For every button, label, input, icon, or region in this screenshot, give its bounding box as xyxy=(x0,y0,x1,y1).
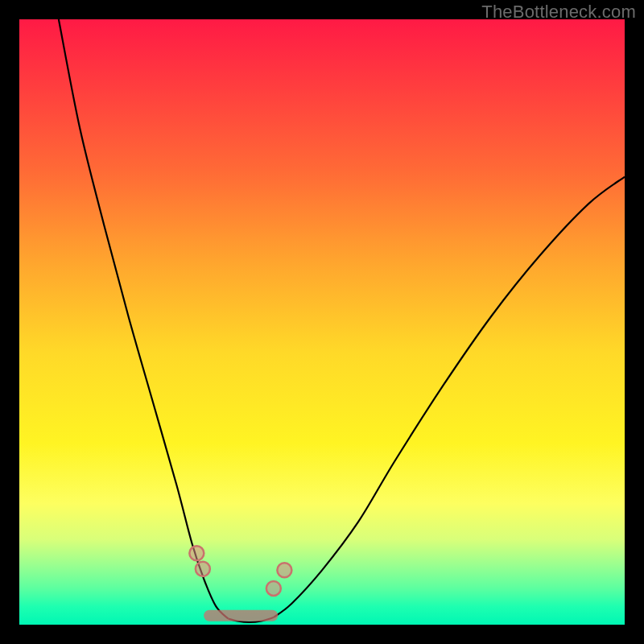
highlighted-point xyxy=(266,581,281,596)
highlighted-point xyxy=(277,563,291,577)
highlighted-point-markers xyxy=(189,546,291,596)
watermark-text: TheBottleneck.com xyxy=(481,2,636,23)
chart-plot-area xyxy=(19,19,625,625)
bottleneck-curve-chart xyxy=(19,19,625,625)
curve-left-branch xyxy=(59,19,229,618)
highlighted-point xyxy=(196,562,210,576)
curve-right-branch xyxy=(274,177,625,617)
highlighted-point xyxy=(189,546,204,560)
